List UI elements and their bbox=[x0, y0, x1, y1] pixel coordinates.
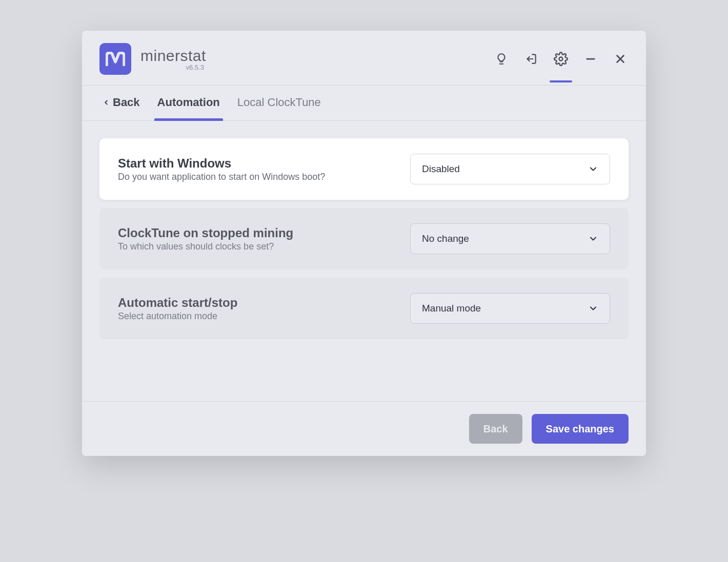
setting-desc: Select automation mode bbox=[118, 311, 390, 322]
logo-m-icon bbox=[106, 52, 125, 66]
setting-text: Automatic start/stop Select automation m… bbox=[118, 296, 390, 322]
select-value: Manual mode bbox=[422, 303, 481, 314]
back-button-footer[interactable]: Back bbox=[469, 414, 522, 444]
minimize-icon[interactable] bbox=[582, 51, 599, 67]
setting-title: Automatic start/stop bbox=[118, 296, 390, 310]
back-button[interactable]: Back bbox=[103, 96, 140, 120]
chevron-left-icon bbox=[103, 97, 110, 108]
tab-automation[interactable]: Automation bbox=[157, 96, 220, 120]
content: Start with Windows Do you want applicati… bbox=[82, 121, 646, 401]
close-icon[interactable] bbox=[612, 51, 629, 67]
brand-logo bbox=[99, 43, 131, 75]
brand-name: minerstat bbox=[140, 47, 206, 65]
chevron-down-icon bbox=[588, 234, 598, 244]
setting-clocktune-stopped: ClockTune on stopped mining To which val… bbox=[99, 208, 629, 269]
tab-local-clocktune[interactable]: Local ClockTune bbox=[237, 96, 321, 120]
select-auto-start-stop[interactable]: Manual mode bbox=[410, 293, 610, 324]
brand-version: v6.5.3 bbox=[186, 64, 204, 71]
save-changes-button[interactable]: Save changes bbox=[532, 414, 629, 444]
svg-point-1 bbox=[559, 57, 563, 61]
footer: Back Save changes bbox=[82, 401, 646, 456]
select-start-with-windows[interactable]: Disabled bbox=[410, 154, 610, 184]
header-actions bbox=[493, 51, 629, 67]
logout-icon[interactable] bbox=[523, 51, 539, 67]
setting-desc: Do you want application to start on Wind… bbox=[118, 172, 390, 182]
chevron-down-icon bbox=[588, 164, 598, 174]
brand: minerstat v6.5.3 bbox=[99, 43, 206, 75]
tab-automation-label: Automation bbox=[157, 96, 220, 109]
setting-title: ClockTune on stopped mining bbox=[118, 226, 390, 240]
brand-text: minerstat v6.5.3 bbox=[140, 47, 206, 71]
back-label: Back bbox=[113, 96, 140, 109]
select-clocktune-stopped[interactable]: No change bbox=[410, 223, 610, 254]
select-value: No change bbox=[422, 233, 469, 244]
select-value: Disabled bbox=[422, 163, 460, 175]
setting-text: ClockTune on stopped mining To which val… bbox=[118, 226, 390, 252]
tab-clocktune-label: Local ClockTune bbox=[237, 96, 321, 109]
setting-text: Start with Windows Do you want applicati… bbox=[118, 156, 390, 182]
setting-title: Start with Windows bbox=[118, 156, 390, 171]
header: minerstat v6.5.3 bbox=[82, 31, 646, 86]
app-window: minerstat v6.5.3 bbox=[82, 31, 646, 456]
setting-start-with-windows: Start with Windows Do you want applicati… bbox=[99, 138, 629, 200]
lightbulb-icon[interactable] bbox=[493, 51, 510, 67]
setting-auto-start-stop: Automatic start/stop Select automation m… bbox=[99, 278, 629, 339]
gear-icon[interactable] bbox=[553, 51, 569, 67]
setting-desc: To which values should clocks be set? bbox=[118, 241, 390, 252]
tabbar: Back Automation Local ClockTune bbox=[82, 86, 646, 121]
chevron-down-icon bbox=[588, 303, 598, 314]
